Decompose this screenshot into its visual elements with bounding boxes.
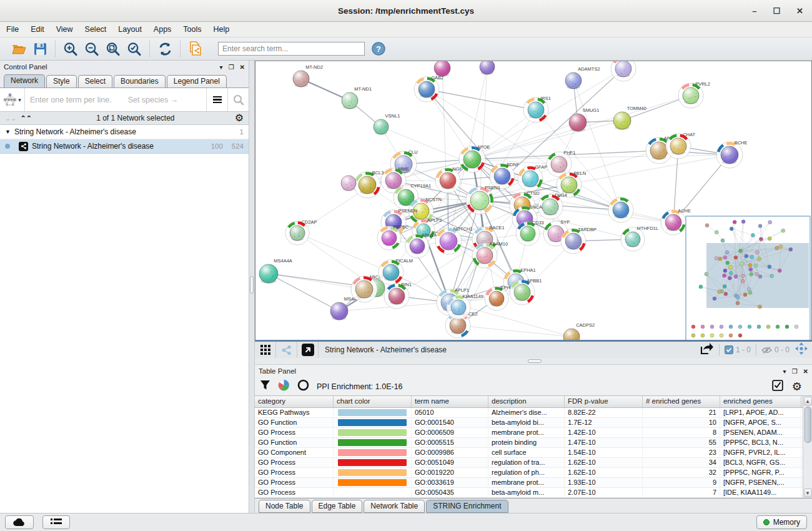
tab-network-table[interactable]: Network Table	[364, 500, 425, 513]
pie-chart-icon[interactable]	[278, 379, 290, 394]
select-columns-icon[interactable]	[772, 380, 783, 394]
table-row[interactable]: KEGG Pathways05010Alzheimer's dise...8.8…	[255, 408, 803, 418]
view-grid-icon[interactable]	[255, 342, 276, 358]
protein-node[interactable]	[434, 61, 450, 77]
table-row[interactable]: GO ProcessGO:0006509membrane prot...1.42…	[255, 428, 803, 438]
column-header--enriched-genes[interactable]: # enriched genes	[643, 396, 720, 407]
donut-chart-icon[interactable]	[297, 379, 309, 394]
cloud-tasks-button[interactable]	[5, 515, 34, 529]
table-panel-collapse-icon[interactable]: ▾	[783, 368, 786, 375]
protein-node[interactable]	[341, 176, 356, 191]
network-collection-row[interactable]: ▼ String Network - Alzheimer's disease 1	[0, 125, 249, 139]
control-panel-float-icon[interactable]: ❐	[229, 64, 234, 71]
protein-node[interactable]: MT-ND2	[293, 64, 323, 87]
share-view-icon[interactable]	[276, 342, 297, 358]
tab-node-table[interactable]: Node Table	[259, 500, 310, 513]
tab-edge-table[interactable]: Edge Table	[312, 500, 363, 513]
protein-node[interactable]: BCL3	[354, 170, 384, 198]
column-header-enriched-genes[interactable]: enriched genes	[720, 396, 801, 407]
search-input[interactable]	[218, 42, 365, 56]
protein-node[interactable]: GFAP	[518, 164, 547, 191]
string-search-button[interactable]	[227, 88, 249, 111]
protein-node[interactable]: APOE	[459, 144, 490, 172]
tab-legend-panel[interactable]: Legend Panel	[167, 75, 227, 87]
refresh-network-button[interactable]	[157, 41, 172, 56]
protein-node[interactable]: DLG4	[538, 192, 567, 219]
protein-node[interactable]: CADPS2	[563, 322, 595, 340]
open-session-button[interactable]	[11, 41, 26, 56]
panel-splitter[interactable]	[249, 61, 255, 513]
protein-node[interactable]: GAB2	[414, 75, 443, 102]
zoom-fit-button[interactable]	[106, 41, 121, 56]
column-header-category[interactable]: category	[255, 396, 334, 407]
string-query-input[interactable]: Enter one term per line. Set species →	[25, 96, 206, 104]
menu-item-tools[interactable]: Tools	[183, 25, 201, 34]
zoom-out-button[interactable]	[84, 41, 99, 56]
expand-all-icon[interactable]: ⌄⌄	[5, 114, 16, 122]
zoom-in-button[interactable]	[63, 41, 78, 56]
splitter-grip[interactable]	[528, 359, 542, 363]
network-panel-gear-icon[interactable]: ⚙	[235, 113, 244, 123]
zoom-selected-button[interactable]	[127, 41, 142, 56]
filter-icon[interactable]	[260, 380, 270, 393]
table-scrollbar[interactable]: ▲ ▼	[803, 396, 812, 498]
protein-node[interactable]: BIN1	[384, 282, 412, 309]
control-panel-close-icon[interactable]: ✕	[240, 64, 245, 71]
table-row[interactable]: GO ComponentGO:0009986cell surface1.54E-…	[255, 448, 803, 458]
copy-network-button[interactable]	[188, 41, 203, 56]
menu-item-help[interactable]: Help	[214, 25, 230, 34]
tab-select[interactable]: Select	[78, 75, 112, 87]
protein-node[interactable]: BCHE	[716, 140, 748, 168]
table-row[interactable]: GO FunctionGO:0005515protein binding1.47…	[255, 438, 803, 448]
protein-node[interactable]: IRS1	[523, 96, 551, 122]
protein-node[interactable]	[480, 61, 495, 75]
protein-node[interactable]: KIAA1149	[447, 294, 483, 319]
birds-eye-navigator[interactable]	[686, 216, 810, 340]
tab-boundaries[interactable]: Boundaries	[114, 75, 166, 87]
column-header-FDR-p-value[interactable]: FDR p-value	[565, 396, 643, 407]
protein-node[interactable]: PVRL2	[678, 81, 710, 108]
scroll-down-icon[interactable]: ▼	[804, 489, 812, 497]
protein-node[interactable]: MTHFD1L	[621, 226, 658, 251]
protein-node[interactable]: CD2AP	[285, 219, 317, 245]
protein-node[interactable]	[611, 61, 636, 81]
control-panel-collapse-icon[interactable]: ▾	[220, 64, 223, 71]
protein-node[interactable]: PSEN1	[466, 185, 500, 214]
scrollbar-thumb[interactable]	[805, 407, 811, 443]
tree-expand-arrow-icon[interactable]: ▼	[5, 129, 11, 135]
table-row[interactable]: GO ProcessGO:0019220regulation of ph...1…	[255, 468, 803, 478]
protein-node[interactable]: MT-ND1	[342, 86, 372, 109]
menu-item-edit[interactable]: Edit	[31, 25, 44, 34]
close-button[interactable]: ✕	[796, 6, 803, 16]
scroll-up-icon[interactable]: ▲	[804, 397, 812, 405]
task-history-button[interactable]	[42, 515, 70, 529]
menu-item-apps[interactable]: Apps	[154, 25, 172, 34]
string-protein-query-dropdown[interactable]: STRING ▾	[0, 88, 25, 111]
protein-node[interactable]: TOMM40	[613, 106, 646, 130]
tab-network[interactable]: Network	[4, 74, 45, 87]
protein-node[interactable]	[608, 197, 633, 222]
table-row[interactable]: GO ProcessGO:0050435beta-amyloid m...2.0…	[255, 488, 803, 498]
help-icon[interactable]: ?	[371, 41, 386, 56]
table-row[interactable]: GO ProcessGO:0051049regulation of tra...…	[255, 458, 803, 468]
protein-node[interactable]: MS4A4A	[259, 258, 292, 284]
detach-view-icon[interactable]	[297, 342, 319, 358]
table-panel-float-icon[interactable]: ❐	[792, 368, 798, 375]
network-row-selected[interactable]: String Network - Alzheimer's disease 100…	[0, 139, 249, 154]
column-header-chart-color[interactable]: chart color	[334, 396, 412, 407]
table-row[interactable]: GO FunctionGO:0001540beta-amyloid bi...1…	[255, 418, 803, 428]
menu-item-select[interactable]: Select	[85, 25, 107, 34]
table-settings-gear-icon[interactable]: ⚙	[792, 381, 802, 392]
minimize-button[interactable]: –	[752, 6, 756, 16]
save-session-button[interactable]	[32, 41, 47, 56]
maximize-button[interactable]: ☐	[773, 6, 780, 16]
menu-item-file[interactable]: File	[6, 25, 19, 34]
tab-style[interactable]: Style	[46, 75, 77, 87]
network-canvas[interactable]: MT-ND2MT-ND1VSNL1GAB2IRS1ADAMTS2PVRL2TOM…	[255, 61, 812, 340]
protein-node[interactable]: NGF	[435, 166, 462, 193]
table-panel-close-icon[interactable]: ✕	[803, 368, 808, 375]
table-panel-splitter[interactable]	[255, 358, 812, 365]
menu-item-view[interactable]: View	[56, 25, 73, 34]
memory-button[interactable]: Memory	[756, 515, 807, 529]
navigator-toggle-icon[interactable]	[795, 342, 808, 358]
